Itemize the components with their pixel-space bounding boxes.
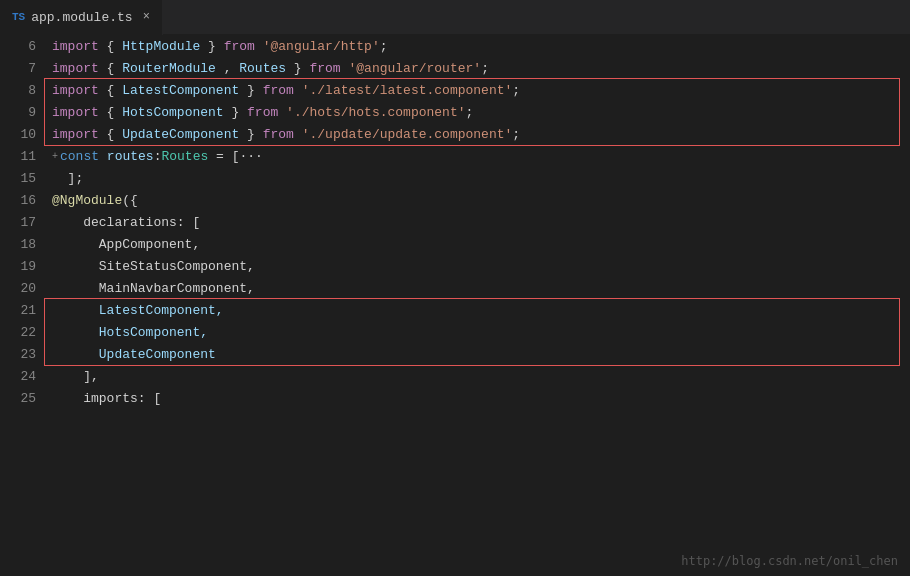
token: @NgModule [52, 193, 122, 208]
code-line: SiteStatusComponent, [52, 255, 910, 277]
token: : [154, 149, 162, 164]
line-number: 16 [4, 189, 36, 211]
token: MainNavbarComponent, [52, 281, 255, 296]
token: routes [107, 149, 154, 164]
line-number: 24 [4, 365, 36, 387]
token: declarations: [ [52, 215, 200, 230]
token: import [52, 61, 99, 76]
token: } [239, 127, 262, 142]
token: ··· [240, 149, 263, 164]
token: ; [380, 39, 388, 54]
token: LatestComponent, [52, 303, 224, 318]
line-number: 21 [4, 299, 36, 321]
line-number: 22 [4, 321, 36, 343]
token: HotsComponent, [52, 325, 208, 340]
token: './hots/hots.component' [286, 105, 465, 120]
line-number: 10 [4, 123, 36, 145]
token: './latest/latest.component' [302, 83, 513, 98]
token [294, 83, 302, 98]
token: , [216, 61, 239, 76]
line-numbers-gutter: 678910111516171819202122232425 [4, 35, 44, 576]
token: from [247, 105, 278, 120]
token: Routes [239, 61, 286, 76]
token [294, 127, 302, 142]
code-line: HotsComponent, [52, 321, 910, 343]
code-line: ], [52, 365, 910, 387]
token: ]; [52, 171, 83, 186]
code-line: ]; [52, 167, 910, 189]
line-number: 17 [4, 211, 36, 233]
token: } [239, 83, 262, 98]
token: ; [512, 83, 520, 98]
token: ; [481, 61, 489, 76]
token: imports: [ [52, 391, 161, 406]
token: { [99, 127, 122, 142]
token: } [286, 61, 309, 76]
token: ], [52, 369, 99, 384]
token: ; [512, 127, 520, 142]
token [255, 39, 263, 54]
token: '@angular/http' [263, 39, 380, 54]
fold-icon[interactable]: + [52, 151, 58, 162]
code-line: MainNavbarComponent, [52, 277, 910, 299]
token: import [52, 127, 99, 142]
line-number: 15 [4, 167, 36, 189]
token [341, 61, 349, 76]
code-line: LatestComponent, [52, 299, 910, 321]
token: SiteStatusComponent, [52, 259, 255, 274]
code-content: import { HttpModule } from '@angular/htt… [44, 35, 910, 576]
token: const [60, 149, 99, 164]
token [278, 105, 286, 120]
code-line: import { LatestComponent } from './lates… [52, 79, 910, 101]
line-number: 18 [4, 233, 36, 255]
token: RouterModule [122, 61, 216, 76]
line-number: 7 [4, 57, 36, 79]
line-number: 9 [4, 101, 36, 123]
token: import [52, 105, 99, 120]
line-number: 6 [4, 35, 36, 57]
token: UpdateComponent [52, 347, 216, 362]
line-number: 25 [4, 387, 36, 409]
tab-close-icon[interactable]: × [143, 10, 150, 24]
code-line: @NgModule({ [52, 189, 910, 211]
line-number: 8 [4, 79, 36, 101]
code-line: AppComponent, [52, 233, 910, 255]
token: = [ [208, 149, 239, 164]
token: from [309, 61, 340, 76]
code-line: UpdateComponent [52, 343, 910, 365]
code-line: import { HotsComponent } from './hots/ho… [52, 101, 910, 123]
token: from [224, 39, 255, 54]
watermark-text: http://blog.csdn.net/onil_chen [681, 554, 898, 568]
token: from [263, 127, 294, 142]
editor-container: TS app.module.ts × 678910111516171819202… [0, 0, 910, 576]
token: './update/update.component' [302, 127, 513, 142]
token: Routes [161, 149, 208, 164]
token: { [99, 105, 122, 120]
token: HotsComponent [122, 105, 223, 120]
token: AppComponent, [52, 237, 200, 252]
token: import [52, 39, 99, 54]
token: { [99, 83, 122, 98]
token: import [52, 83, 99, 98]
line-number: 11 [4, 145, 36, 167]
token: from [263, 83, 294, 98]
code-area: 678910111516171819202122232425 import { … [0, 35, 910, 576]
token: LatestComponent [122, 83, 239, 98]
code-line: +const routes:Routes = [··· [52, 145, 910, 167]
line-number: 20 [4, 277, 36, 299]
token: UpdateComponent [122, 127, 239, 142]
ts-file-icon: TS [12, 11, 25, 23]
token: { [99, 39, 122, 54]
code-line: declarations: [ [52, 211, 910, 233]
tab-bar: TS app.module.ts × [0, 0, 910, 35]
token: { [99, 61, 122, 76]
line-number: 19 [4, 255, 36, 277]
code-line: import { HttpModule } from '@angular/htt… [52, 35, 910, 57]
token [99, 149, 107, 164]
active-tab[interactable]: TS app.module.ts × [0, 0, 163, 35]
token: } [224, 105, 247, 120]
token: HttpModule [122, 39, 200, 54]
token: ; [466, 105, 474, 120]
token: ({ [122, 193, 138, 208]
code-line: import { RouterModule , Routes } from '@… [52, 57, 910, 79]
